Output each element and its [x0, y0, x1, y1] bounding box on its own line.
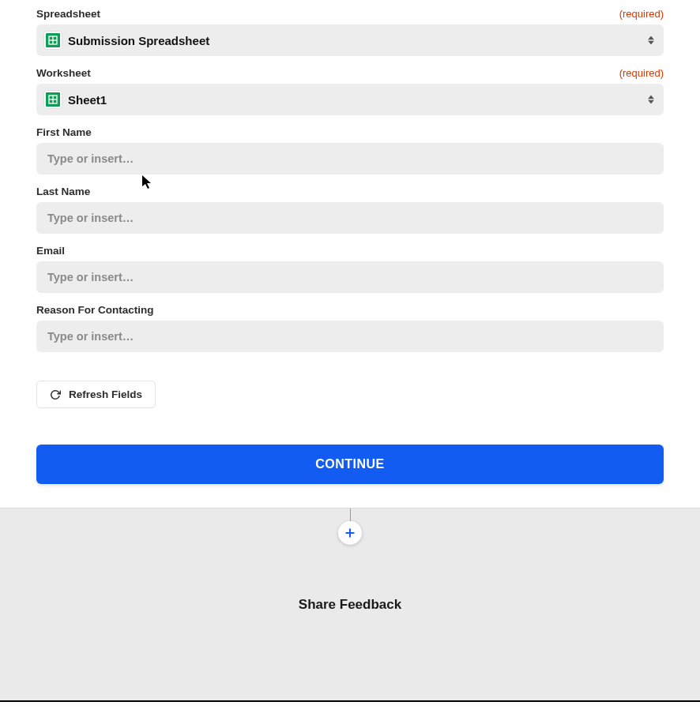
- spreadsheet-value: Submission Spreadsheet: [68, 34, 209, 47]
- refresh-label: Refresh Fields: [69, 388, 142, 400]
- step-connector: [338, 508, 362, 545]
- reason-label: Reason For Contacting: [36, 304, 154, 316]
- worksheet-required: (required): [619, 67, 664, 79]
- last-name-field: Last Name: [36, 186, 664, 234]
- svg-marker-3: [648, 36, 654, 40]
- refresh-fields-button[interactable]: Refresh Fields: [36, 381, 156, 408]
- reason-field: Reason For Contacting: [36, 304, 664, 352]
- email-field: Email: [36, 245, 664, 293]
- google-sheets-icon: [44, 91, 62, 108]
- spreadsheet-required: (required): [619, 8, 664, 20]
- add-step-button[interactable]: [338, 521, 362, 545]
- select-chevron-icon: [648, 96, 654, 104]
- refresh-icon: [50, 389, 61, 400]
- setup-form: Spreadsheet (required) Submission Spread…: [0, 0, 700, 508]
- last-name-label: Last Name: [36, 186, 90, 197]
- worksheet-field: Worksheet (required) Sheet1: [36, 67, 664, 115]
- email-input[interactable]: [47, 271, 653, 283]
- share-feedback-link[interactable]: Share Feedback: [0, 597, 700, 613]
- worksheet-value: Sheet1: [68, 93, 107, 107]
- google-sheets-icon: [44, 32, 62, 49]
- canvas-area: Share Feedback: [0, 508, 700, 702]
- svg-marker-9: [648, 100, 654, 104]
- first-name-field: First Name: [36, 126, 664, 174]
- first-name-label: First Name: [36, 126, 92, 138]
- svg-marker-4: [648, 41, 654, 45]
- svg-marker-8: [648, 96, 654, 99]
- last-name-input[interactable]: [47, 212, 653, 224]
- spreadsheet-label: Spreadsheet: [36, 8, 100, 20]
- worksheet-label: Worksheet: [36, 67, 91, 79]
- select-chevron-icon: [648, 36, 654, 45]
- first-name-input[interactable]: [47, 152, 653, 165]
- spreadsheet-select[interactable]: Submission Spreadsheet: [36, 24, 664, 56]
- email-label: Email: [36, 245, 65, 257]
- connector-line: [350, 508, 351, 521]
- spreadsheet-field: Spreadsheet (required) Submission Spread…: [36, 8, 664, 56]
- continue-button[interactable]: CONTINUE: [36, 445, 664, 484]
- reason-input[interactable]: [47, 330, 653, 343]
- worksheet-select[interactable]: Sheet1: [36, 84, 664, 115]
- plus-icon: [344, 527, 356, 538]
